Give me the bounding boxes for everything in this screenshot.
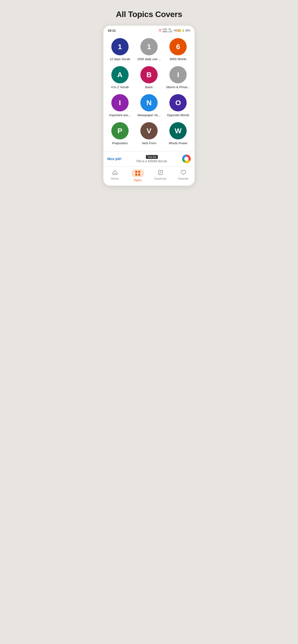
nav-favorite[interactable]: Favorite <box>172 169 195 182</box>
ad-description: This is a 320x50 test ad. <box>136 160 168 163</box>
topic-icon-idioms: I <box>169 66 187 84</box>
topic-item-a-to-z[interactable]: AA to Z Vocab <box>106 66 133 89</box>
topic-label-preposition: Preposition <box>112 141 128 146</box>
topic-item-verb-form[interactable]: VVerb Form <box>135 122 163 146</box>
topic-label-a-to-z: A to Z Vocab <box>111 85 129 89</box>
topic-icon-basic: B <box>140 66 158 84</box>
topic-icon-fifteen-hundred: 1 <box>140 38 158 55</box>
topic-item-opposite[interactable]: OOpposite Words <box>165 94 192 118</box>
bottom-nav: Home Topics <box>103 166 195 186</box>
topic-item-twelve-days[interactable]: 112 days Vocab <box>106 38 133 61</box>
topic-item-newspaper[interactable]: NNewspaper Vo... <box>135 94 163 118</box>
favorite-icon <box>180 169 187 176</box>
topic-item-preposition[interactable]: PPreposition <box>106 122 133 146</box>
battery-icon: 🔋 <box>182 29 185 32</box>
ad-text-block: Test Ad This is a 320x50 test ad. <box>124 155 180 163</box>
topic-icon-verb-form: V <box>140 122 158 140</box>
topic-item-idioms[interactable]: IIdioms & Phras... <box>165 66 192 89</box>
alarm-icon: ⏰ <box>159 29 162 32</box>
signal-icon: +5G📶 <box>173 29 181 32</box>
topic-label-fifteen-hundred: 1500 daily use ... <box>137 57 161 61</box>
svg-rect-2 <box>135 174 137 176</box>
topic-icon-a-to-z: A <box>111 66 129 84</box>
app-container: All Topics Covers 10:11 ⏰ 5.00KB/S VoLTE… <box>99 0 199 215</box>
topic-icon-newspaper: N <box>140 94 158 112</box>
topic-icon-six-thousand: 6 <box>169 38 187 55</box>
topics-scroll: 112 days Vocab11500 daily use ...66000 W… <box>103 34 195 151</box>
home-icon <box>112 169 118 176</box>
topic-item-basic[interactable]: BBasic <box>135 66 163 89</box>
topics-label: Topics <box>133 178 141 182</box>
page-title: All Topics Covers <box>116 10 182 19</box>
topic-label-verb-form: Verb Form <box>142 141 157 146</box>
svg-rect-1 <box>138 171 140 173</box>
topic-icon-important: I <box>111 94 129 112</box>
status-bar: 10:11 ⏰ 5.00KB/S VoLTE +5G📶 🔋 62% <box>103 26 195 34</box>
topic-label-twelve-days: 12 days Vocab <box>110 57 130 61</box>
svg-rect-0 <box>135 171 137 173</box>
topic-label-idioms: Idioms & Phras... <box>166 85 190 89</box>
topic-label-important: Important wor... <box>109 113 131 118</box>
favorite-label: Favorite <box>178 177 188 180</box>
topic-icon-opposite: O <box>169 94 187 112</box>
topic-icon-preposition: P <box>111 122 129 140</box>
topic-icon-words-power: W <box>169 122 187 140</box>
status-time: 10:11 <box>108 29 116 32</box>
grammar-icon <box>157 169 164 176</box>
topic-label-basic: Basic <box>145 85 153 89</box>
home-label: Home <box>111 177 118 180</box>
topic-label-newspaper: Newspaper Vo... <box>137 113 160 118</box>
battery-level: 62% <box>186 29 190 32</box>
topic-item-important[interactable]: IImportant wor... <box>106 94 133 118</box>
topics-icon-bg <box>131 169 144 177</box>
topic-icon-twelve-days: 1 <box>111 38 129 55</box>
data-speed: 5.00KB/S <box>163 28 168 33</box>
grammar-label: Grammar <box>154 177 167 180</box>
nav-home[interactable]: Home <box>103 169 126 182</box>
status-icons: ⏰ 5.00KB/S VoLTE +5G📶 🔋 62% <box>159 28 190 33</box>
topic-item-words-power[interactable]: WWords Power <box>165 122 192 146</box>
topic-label-six-thousand: 6000 Words <box>170 57 186 61</box>
topic-label-opposite: Opposite Words <box>167 113 189 118</box>
nav-topics[interactable]: Topics <box>126 169 149 182</box>
topic-item-fifteen-hundred[interactable]: 11500 daily use ... <box>135 38 163 61</box>
topics-grid: 112 days Vocab11500 daily use ...66000 W… <box>106 38 192 146</box>
phone-frame: 10:11 ⏰ 5.00KB/S VoLTE +5G📶 🔋 62% 112 da… <box>103 26 195 186</box>
network-type: VoLTE <box>169 28 172 33</box>
topic-item-six-thousand[interactable]: 66000 Words <box>165 38 192 61</box>
nav-grammar[interactable]: Grammar <box>149 169 172 182</box>
ad-tag: Test Ad <box>146 155 158 159</box>
svg-rect-3 <box>138 174 140 176</box>
ad-banner: Nice job! Test Ad This is a 320x50 test … <box>103 151 195 166</box>
ad-logo-icon <box>182 154 191 163</box>
ad-nice-label: Nice job! <box>107 157 121 161</box>
topic-label-words-power: Words Power <box>169 141 187 146</box>
